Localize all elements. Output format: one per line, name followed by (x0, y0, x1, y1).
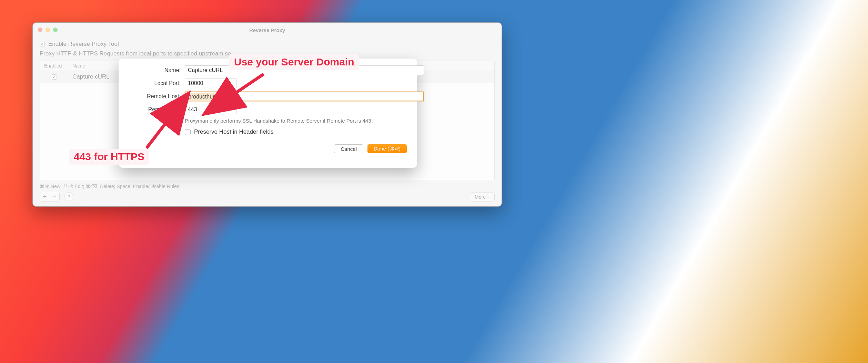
row-enabled-checkbox[interactable]: ✓ (52, 74, 57, 80)
remote-port-input[interactable] (185, 105, 236, 114)
enable-checkbox[interactable]: ✓ (40, 42, 45, 47)
description-text: Proxy HTTP & HTTPS Requests from local p… (40, 50, 495, 57)
more-button[interactable]: More ⌄ (471, 193, 495, 201)
preserve-row: Preserve Host in Header fields (185, 128, 424, 135)
more-label: More (475, 194, 486, 200)
remote-host-label: Remote Host: (129, 93, 181, 100)
add-button[interactable]: + (40, 192, 50, 201)
enable-label: Enable Reverse Proxy Tool (48, 41, 119, 48)
window-footer: ⌘N: New; ⌘⏎: Edit; ⌘⌫: Delete; Space: En… (40, 184, 495, 201)
titlebar: Reverse Proxy (33, 23, 502, 37)
add-remove-seg: + − (40, 192, 60, 201)
help-button[interactable]: ? (64, 192, 73, 201)
remote-port-label: Remote Port: (129, 106, 181, 113)
preserve-checkbox[interactable] (185, 129, 191, 135)
col-enabled[interactable]: Enabled (40, 61, 68, 71)
shortcuts-text: ⌘N: New; ⌘⏎: Edit; ⌘⌫: Delete; Space: En… (40, 184, 181, 189)
rule-form: Name: Local Port: Remote Host: producthu… (129, 65, 407, 135)
local-port-input[interactable] (185, 79, 236, 88)
window-title: Reverse Proxy (249, 27, 285, 33)
hint-text: Proxyman only performs SSL Handshake to … (185, 118, 424, 124)
rule-sheet: Name: Local Port: Remote Host: producthu… (119, 59, 417, 168)
remove-button[interactable]: − (50, 192, 59, 201)
local-port-label: Local Port: (129, 80, 181, 86)
chevron-down-icon: ⌄ (488, 195, 491, 199)
sheet-footer: Cancel Done (⌘⏎) (129, 144, 407, 153)
remote-host-input[interactable]: producthunt.com (185, 92, 424, 101)
remote-host-value: producthunt.com (188, 93, 230, 100)
traffic-lights (38, 28, 58, 32)
name-input[interactable] (185, 65, 424, 75)
footer-buttons: + − ? (40, 192, 181, 201)
row-enabled-cell: ✓ (40, 72, 68, 82)
done-button[interactable]: Done (⌘⏎) (367, 144, 407, 153)
close-window[interactable] (38, 28, 42, 32)
enable-row: ✓ Enable Reverse Proxy Tool (40, 41, 495, 48)
zoom-window[interactable] (53, 28, 58, 32)
name-label: Name: (129, 67, 181, 73)
minimize-window[interactable] (46, 28, 50, 32)
preserve-label: Preserve Host in Header fields (194, 128, 274, 135)
cancel-button[interactable]: Cancel (334, 144, 363, 153)
